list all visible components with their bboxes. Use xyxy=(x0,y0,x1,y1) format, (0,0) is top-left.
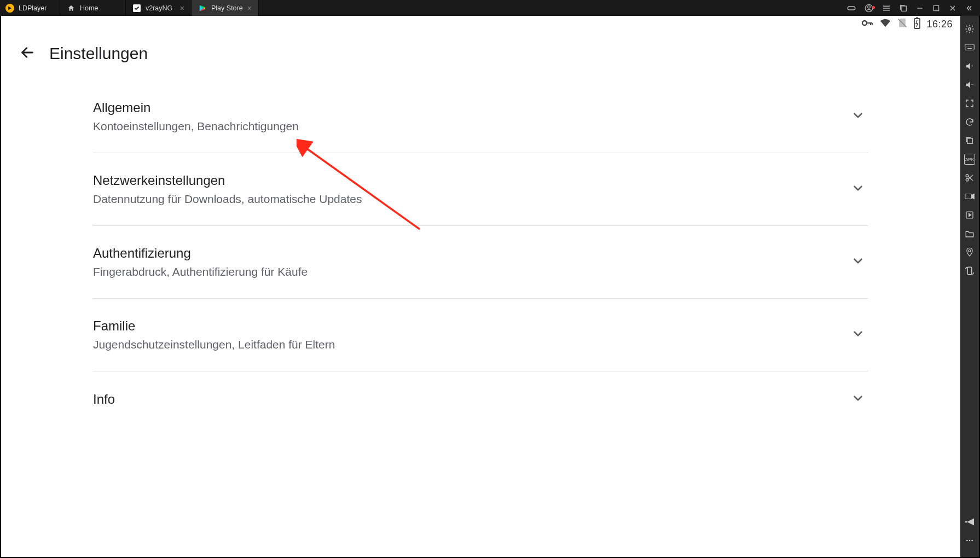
minimize-icon[interactable] xyxy=(915,4,924,13)
setting-subtitle: Datennutzung für Downloads, automatische… xyxy=(93,193,851,206)
svg-point-42 xyxy=(969,250,971,252)
chevron-down-icon xyxy=(851,181,865,197)
apk-icon[interactable]: APK xyxy=(964,154,975,165)
account-icon[interactable] xyxy=(864,3,874,13)
setting-title: Familie xyxy=(93,318,851,334)
android-statusbar: 16:26 xyxy=(1,16,960,32)
fullscreen-icon[interactable] xyxy=(964,98,975,109)
volume-down-icon[interactable]: − xyxy=(964,79,975,90)
multiwindow-icon[interactable] xyxy=(899,4,908,13)
svg-rect-12 xyxy=(933,5,938,10)
chevron-down-icon xyxy=(851,391,865,408)
svg-point-15 xyxy=(862,21,867,25)
svg-point-6 xyxy=(868,5,871,8)
svg-rect-10 xyxy=(901,6,906,11)
vpn-key-icon xyxy=(861,16,874,32)
scissors-icon[interactable] xyxy=(964,172,975,183)
volume-up-icon[interactable]: + xyxy=(964,61,975,72)
status-time: 16:26 xyxy=(926,19,953,30)
svg-rect-43 xyxy=(967,267,972,275)
sync-icon[interactable] xyxy=(964,117,975,127)
battery-icon xyxy=(913,17,921,31)
setting-subtitle: Kontoeinstellungen, Benachrichtigungen xyxy=(93,120,851,133)
rotate-icon[interactable] xyxy=(964,265,975,276)
multi-instance-icon[interactable] xyxy=(964,135,975,146)
svg-rect-2 xyxy=(848,7,855,10)
android-screen: 16:26 Einstellungen Allgemein Kontoeinst… xyxy=(1,16,960,557)
play-icon xyxy=(198,4,207,13)
close-icon[interactable]: × xyxy=(247,4,252,13)
setting-info[interactable]: Info xyxy=(93,371,868,408)
tab-home-label: Home xyxy=(80,4,98,12)
window-controls xyxy=(840,0,980,16)
gamepad-icon[interactable] xyxy=(846,3,856,13)
chevron-down-icon xyxy=(851,327,865,343)
back-button[interactable] xyxy=(20,45,35,62)
menu-icon[interactable] xyxy=(882,3,891,13)
titlebar: LDPlayer Home v2rayNG × Play Store × xyxy=(0,0,980,16)
tab-playstore-label: Play Store xyxy=(211,4,243,12)
setting-general[interactable]: Allgemein Kontoeinstellungen, Benachrich… xyxy=(93,80,868,153)
wifi-icon xyxy=(879,17,891,31)
setting-title: Info xyxy=(93,392,851,407)
svg-text:+: + xyxy=(971,63,973,68)
svg-point-24 xyxy=(969,28,971,31)
svg-rect-33 xyxy=(967,138,972,143)
svg-point-44 xyxy=(966,540,968,542)
setting-title: Allgemein xyxy=(93,100,851,115)
emulator-right-rail: + − APK xyxy=(960,16,979,557)
svg-marker-39 xyxy=(972,194,975,199)
checkbox-icon xyxy=(132,4,141,13)
operation-record-icon[interactable] xyxy=(964,210,975,220)
tab-home[interactable]: Home xyxy=(60,0,126,16)
keyboard-icon[interactable] xyxy=(964,42,975,53)
setting-subtitle: Jugendschutzeinstellungen, Leitfaden für… xyxy=(93,338,851,351)
no-sim-icon xyxy=(897,18,908,31)
setting-title: Authentifizierung xyxy=(93,246,851,261)
page-title: Einstellungen xyxy=(49,44,148,63)
collapse-rail-icon[interactable] xyxy=(965,4,973,13)
settings-gear-icon[interactable] xyxy=(964,24,975,34)
tab-playstore[interactable]: Play Store × xyxy=(192,0,259,16)
setting-auth[interactable]: Authentifizierung Fingerabdruck, Authent… xyxy=(93,226,868,299)
svg-rect-25 xyxy=(965,44,975,50)
svg-point-46 xyxy=(971,540,973,542)
ldplayer-logo-icon xyxy=(5,4,14,13)
svg-rect-38 xyxy=(965,194,972,199)
tab-v2rayng[interactable]: v2rayNG × xyxy=(126,0,192,16)
svg-text:−: − xyxy=(971,82,973,87)
tab-v2rayng-label: v2rayNG xyxy=(146,4,172,12)
close-window-icon[interactable] xyxy=(948,4,957,13)
more-icon[interactable] xyxy=(964,535,975,546)
brand-tab: LDPlayer xyxy=(0,0,60,16)
setting-title: Netzwerkeinstellungen xyxy=(93,173,851,188)
brand-label: LDPlayer xyxy=(19,4,47,12)
android-back-icon[interactable] xyxy=(964,516,975,527)
setting-subtitle: Fingerabdruck, Authentifizierung für Käu… xyxy=(93,265,851,278)
svg-marker-41 xyxy=(969,213,971,216)
folder-icon[interactable] xyxy=(964,228,975,239)
svg-rect-21 xyxy=(916,18,918,19)
close-icon[interactable]: × xyxy=(180,4,184,13)
appbar: Einstellungen xyxy=(1,32,960,68)
chevron-down-icon xyxy=(851,254,865,270)
titlebar-tabs: LDPlayer Home v2rayNG × Play Store × xyxy=(0,0,840,16)
maximize-icon[interactable] xyxy=(932,4,941,13)
svg-point-45 xyxy=(969,540,971,542)
setting-family[interactable]: Familie Jugendschutzeinstellungen, Leitf… xyxy=(93,299,868,371)
video-record-icon[interactable] xyxy=(964,191,975,202)
setting-network[interactable]: Netzwerkeinstellungen Datennutzung für D… xyxy=(93,153,868,226)
settings-list: Allgemein Kontoeinstellungen, Benachrich… xyxy=(1,80,960,408)
chevron-down-icon xyxy=(851,108,865,125)
home-icon xyxy=(67,4,76,13)
location-icon[interactable] xyxy=(964,247,975,258)
